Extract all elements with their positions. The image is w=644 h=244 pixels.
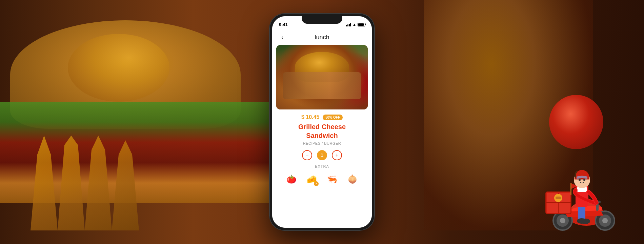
back-button[interactable]: ‹ xyxy=(278,33,287,42)
item-name-line1: Grilled Cheese xyxy=(298,123,346,130)
battery-icon xyxy=(358,23,365,26)
phone-notch xyxy=(302,16,342,24)
delivery-illustration xyxy=(515,124,617,234)
svg-point-20 xyxy=(579,179,581,181)
quantity-decrease-button[interactable]: − xyxy=(302,150,312,160)
tomato-icon: 🍅 xyxy=(286,175,297,184)
phone-wrapper: 9:41 ▲ xyxy=(269,14,375,230)
burger-illustration xyxy=(276,45,368,109)
battery-fill xyxy=(358,23,364,26)
extra-onion[interactable]: 🧅 xyxy=(345,172,360,187)
price-section: $ 10.45 50% OFF xyxy=(272,114,372,120)
extras-row: 🍅 🧀 ✓ 🦐 🧅 xyxy=(272,172,372,187)
wifi-icon: ▲ xyxy=(353,22,356,26)
food-image xyxy=(276,45,368,109)
signal-bar-3 xyxy=(349,24,350,26)
app-header: ‹ lunch xyxy=(272,30,372,45)
onion-icon: 🧅 xyxy=(347,175,358,184)
svg-point-25 xyxy=(581,219,590,224)
back-arrow-icon: ‹ xyxy=(281,34,283,41)
shrimp-icon: 🦐 xyxy=(327,175,337,184)
signal-bar-2 xyxy=(347,24,348,26)
svg-point-7 xyxy=(560,218,565,223)
item-name: Grilled Cheese Sandwich xyxy=(279,122,365,140)
status-time: 9:41 xyxy=(279,22,288,27)
item-category: RECIPES / BURGER xyxy=(272,141,372,145)
item-name-line2: Sandwich xyxy=(306,132,338,139)
screen-content: ‹ lunch $ 10.45 50% OFF xyxy=(272,30,372,228)
svg-point-4 xyxy=(602,218,608,223)
signal-bar-4 xyxy=(350,23,351,26)
svg-rect-14 xyxy=(570,183,571,195)
signal-bar-1 xyxy=(346,25,347,26)
status-icons: ▲ xyxy=(346,22,365,26)
quantity-section: − 1 + xyxy=(272,150,372,160)
wooden-board-img xyxy=(283,72,361,99)
quantity-display: 1 xyxy=(317,150,327,160)
signal-icon xyxy=(346,22,351,26)
svg-rect-13 xyxy=(556,197,561,199)
page-title: lunch xyxy=(315,34,329,41)
bun-sesame-bg xyxy=(68,34,169,102)
extra-label: EXTRA xyxy=(272,164,372,168)
cheese-check-icon: ✓ xyxy=(314,181,319,186)
extra-shrimp[interactable]: 🦐 xyxy=(325,172,340,187)
svg-point-21 xyxy=(583,179,585,181)
quantity-increase-button[interactable]: + xyxy=(332,150,342,160)
extra-cheese[interactable]: 🧀 ✓ xyxy=(304,172,319,187)
minus-icon: − xyxy=(305,152,308,158)
extra-tomato[interactable]: 🍅 xyxy=(284,172,299,187)
phone-screen: 9:41 ▲ xyxy=(272,16,372,228)
discount-badge: 50% OFF xyxy=(323,115,343,120)
plus-icon: + xyxy=(335,152,338,158)
phone-frame: 9:41 ▲ xyxy=(269,14,375,230)
price-label: $ 10.45 xyxy=(301,114,319,120)
